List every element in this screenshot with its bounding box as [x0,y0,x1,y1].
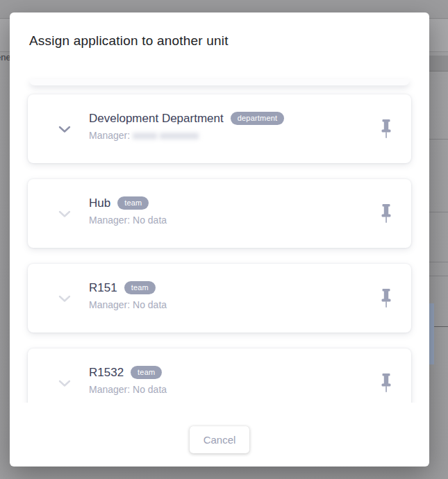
unit-type-badge: team [117,196,149,210]
background-table-row-line [429,262,448,262]
unit-card-r1532[interactable]: R1532team Manager: No data [28,348,411,403]
manager-value-redacted: xxxxx xxxxxxxx [133,130,199,141]
unit-name: R151 [89,281,117,294]
background-table-row-line [429,139,448,140]
chevron-down-icon [58,210,71,218]
background-table-header-row [429,56,448,72]
manager-label: Manager: [89,130,130,141]
chevron-down-icon [58,380,71,387]
unit-type-badge: team [131,366,162,379]
manager-value: No data [133,299,167,310]
unit-card-hub[interactable]: Hubteam Manager: No data [28,179,411,248]
dialog-title: Assign application to another unit [29,33,229,49]
pin-button[interactable] [376,371,396,395]
unit-name: Development Department [89,112,224,125]
unit-card-r151[interactable]: R151team Manager: No data [28,264,411,333]
unit-type-badge: team [124,281,156,294]
manager-value: No data [133,384,167,395]
unit-info: R1532team Manager: No data [89,366,167,396]
unit-list[interactable]: Development Departmentdepartment Manager… [10,76,429,403]
unit-name: Hub [89,196,110,210]
cancel-button[interactable]: Cancel [190,426,249,453]
chevron-down-icon[interactable] [58,126,71,133]
background-table-row-line [429,276,448,276]
pin-button[interactable] [376,117,396,141]
pin-button[interactable] [376,287,396,310]
background-table-row-line [429,212,448,212]
unit-name: R1532 [89,366,124,379]
manager-label: Manager: [89,299,130,310]
unit-info: Development Departmentdepartment Manager… [89,112,284,142]
pin-button[interactable] [376,202,396,226]
background-scrollbar-thumb [429,303,434,364]
manager-label: Manager: [89,384,130,395]
chevron-down-icon [58,295,71,303]
assign-unit-dialog: Assign application to another unit Devel… [10,12,429,467]
manager-label: Manager: [89,215,130,226]
manager-value: No data [133,215,167,226]
unit-type-badge: department [231,112,285,125]
unit-info: Hubteam Manager: No data [89,196,167,226]
scrolled-card-edge [29,79,410,85]
unit-card-development-department[interactable]: Development Departmentdepartment Manager… [28,94,411,163]
unit-info: R151team Manager: No data [89,281,167,311]
